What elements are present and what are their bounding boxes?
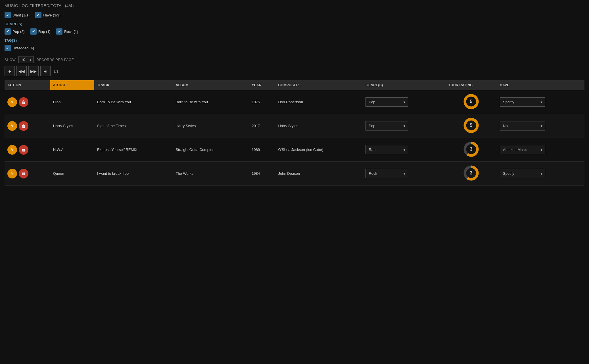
rating-donut: 5 <box>463 117 480 134</box>
per-page-select[interactable]: 10 25 50 <box>18 56 34 63</box>
tag-untagged[interactable]: ✓ Untagged (4) <box>5 45 34 51</box>
genre-rap[interactable]: ✓ Rap (1) <box>30 28 51 35</box>
artist-cell: N.W.A. <box>50 138 94 162</box>
prev-page-button[interactable]: ◀◀ <box>16 66 27 76</box>
table-row: ✎ 🗑 Dion Born To Be With You Born to Be … <box>5 90 584 114</box>
action-cell: ✎ 🗑 <box>5 162 50 186</box>
want-label: Want (1/1) <box>12 13 30 17</box>
table-body: ✎ 🗑 Dion Born To Be With You Born to Be … <box>5 90 584 186</box>
have-select-wrapper: Spotify Spotify Amazon Music Apple Music… <box>500 97 545 107</box>
artist-cell: Harry Styles <box>50 114 94 138</box>
records-per-page-label: RECORDS PER PAGE <box>36 58 74 62</box>
edit-button[interactable]: ✎ <box>7 121 17 131</box>
rating-cell: 5 <box>445 114 497 138</box>
tag-checkboxes: ✓ Untagged (4) <box>5 45 584 51</box>
genre-select-wrapper: Rock Pop Rap Rock <box>365 169 408 178</box>
have-select[interactable]: Spotify Spotify Amazon Music Apple Music… <box>500 97 545 107</box>
genre-select-wrapper: Pop Pop Rap Rock <box>365 97 408 107</box>
delete-button[interactable]: 🗑 <box>19 121 28 131</box>
have-cell: No Spotify Amazon Music Apple Music No <box>497 114 584 138</box>
rating-donut: 3 <box>463 141 480 158</box>
genre-select[interactable]: Rock Pop Rap Rock <box>365 169 408 178</box>
rating-donut: 5 <box>463 93 480 110</box>
action-cell: ✎ 🗑 <box>5 90 50 114</box>
delete-button[interactable]: 🗑 <box>19 145 28 155</box>
composer-cell: Don Robertson <box>275 90 363 114</box>
album-cell: Straight Outta Compton <box>173 138 249 162</box>
want-checkbox[interactable]: ✓ <box>5 12 11 18</box>
have-select[interactable]: Amazon Music Spotify Amazon Music Apple … <box>500 145 545 154</box>
have-select-wrapper: No Spotify Amazon Music Apple Music No <box>500 121 545 131</box>
rating-cell: 3 <box>445 138 497 162</box>
table-header-row: ACTION ARTIST TRACK ALBUM YEAR COMPOSER … <box>5 80 584 90</box>
page-title: MUSIC LOG FILTERED/TOTAL (4/4) <box>5 3 584 8</box>
col-action: ACTION <box>5 80 50 90</box>
title-text: MUSIC LOG <box>5 3 28 8</box>
want-filter[interactable]: ✓ Want (1/1) <box>5 12 30 18</box>
have-cell: Spotify Spotify Amazon Music Apple Music… <box>497 162 584 186</box>
genre-checkboxes: ✓ Pop (2) ✓ Rap (1) ✓ Rock (1) <box>5 28 584 35</box>
col-track: TRACK <box>94 80 173 90</box>
genre-cell: Rap Pop Rap Rock <box>363 138 445 162</box>
music-table: ACTION ARTIST TRACK ALBUM YEAR COMPOSER … <box>5 80 584 186</box>
genre-select[interactable]: Rap Pop Rap Rock <box>365 145 408 154</box>
action-cell: ✎ 🗑 <box>5 138 50 162</box>
pagination-controls: ⏮ ◀◀ ▶▶ ⏭ 1/1 <box>5 66 584 76</box>
year-cell: 1984 <box>249 162 275 186</box>
year-cell: 1975 <box>249 90 275 114</box>
action-cell: ✎ 🗑 <box>5 114 50 138</box>
rating-donut: 3 <box>463 165 480 182</box>
first-page-button[interactable]: ⏮ <box>5 66 15 76</box>
album-cell: The Works <box>173 162 249 186</box>
have-filter[interactable]: ✓ Have (3/3) <box>35 12 60 18</box>
genre-select-wrapper: Rap Pop Rap Rock <box>365 145 408 154</box>
genre-rock[interactable]: ✓ Rock (1) <box>56 28 78 35</box>
col-year: YEAR <box>249 80 275 90</box>
track-cell: Sign of the Times <box>94 114 173 138</box>
edit-button[interactable]: ✎ <box>7 169 17 178</box>
last-page-button[interactable]: ⏭ <box>40 66 51 76</box>
composer-cell: John Deacon <box>275 162 363 186</box>
album-cell: Harry Styles <box>173 114 249 138</box>
edit-button[interactable]: ✎ <box>7 97 17 107</box>
track-cell: Born To Be With You <box>94 90 173 114</box>
genre-pop[interactable]: ✓ Pop (2) <box>5 28 25 35</box>
delete-button[interactable]: 🗑 <box>19 97 28 107</box>
rating-number: 5 <box>470 123 472 128</box>
album-cell: Born to Be with You <box>173 90 249 114</box>
edit-button[interactable]: ✎ <box>7 145 17 155</box>
next-page-button[interactable]: ▶▶ <box>28 66 39 76</box>
col-artist[interactable]: ARTIST <box>50 80 94 90</box>
year-cell: 1989 <box>249 138 275 162</box>
show-label: SHOW <box>5 58 16 62</box>
have-cell: Amazon Music Spotify Amazon Music Apple … <box>497 138 584 162</box>
delete-button[interactable]: 🗑 <box>19 169 28 178</box>
have-select[interactable]: Spotify Spotify Amazon Music Apple Music… <box>500 169 545 178</box>
rating-cell: 5 <box>445 90 497 114</box>
track-cell: I want to break free <box>94 162 173 186</box>
genre-select[interactable]: Pop Pop Rap Rock <box>365 97 408 107</box>
table-row: ✎ 🗑 Harry Styles Sign of the Times Harry… <box>5 114 584 138</box>
have-label: Have (3/3) <box>43 13 60 17</box>
subtitle-text: FILTERED/TOTAL (4/4) <box>29 3 74 8</box>
genre-select-wrapper: Pop Pop Rap Rock <box>365 121 408 131</box>
genre-cell: Rock Pop Rap Rock <box>363 162 445 186</box>
have-checkbox[interactable]: ✓ <box>35 12 41 18</box>
have-select-wrapper: Spotify Spotify Amazon Music Apple Music… <box>500 169 545 178</box>
composer-cell: O'Shea Jackson (Ice Cube) <box>275 138 363 162</box>
artist-cell: Queen <box>50 162 94 186</box>
rating-number: 3 <box>470 170 472 176</box>
tag-filter-section: TAG(S) ✓ Untagged (4) <box>5 39 584 51</box>
genres-label: GENRE(S) <box>5 22 584 26</box>
genre-select[interactable]: Pop Pop Rap Rock <box>365 121 408 131</box>
col-have: HAVE <box>497 80 584 90</box>
show-row: SHOW 10 25 50 RECORDS PER PAGE <box>5 56 584 63</box>
status-filter: ✓ Want (1/1) ✓ Have (3/3) <box>5 12 584 18</box>
page-info: 1/1 <box>53 69 59 73</box>
col-genres: GENRE(S) <box>363 80 445 90</box>
have-select[interactable]: No Spotify Amazon Music Apple Music No <box>500 121 545 131</box>
have-select-wrapper: Amazon Music Spotify Amazon Music Apple … <box>500 145 545 154</box>
genre-cell: Pop Pop Rap Rock <box>363 114 445 138</box>
artist-cell: Dion <box>50 90 94 114</box>
track-cell: Express Yourself REMIX <box>94 138 173 162</box>
